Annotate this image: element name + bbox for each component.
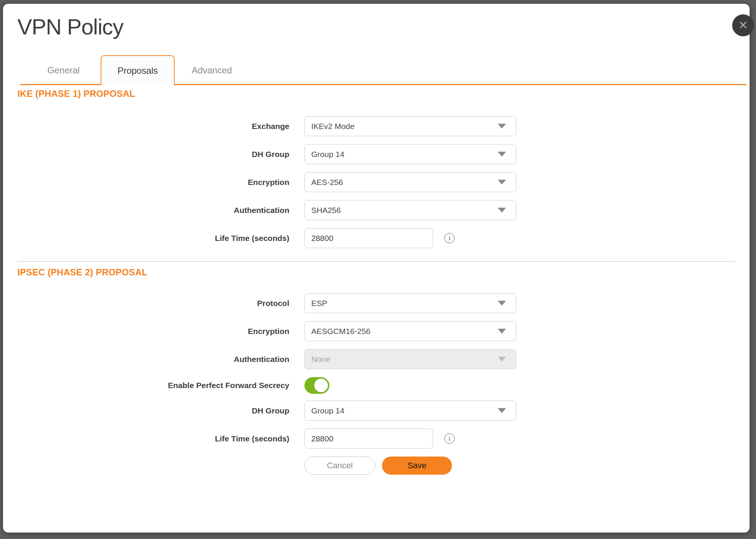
tab-general-label: General — [47, 65, 79, 76]
ipsec-dh-group-dropdown[interactable]: Group 14 — [304, 401, 516, 421]
ipsec-protocol-label: Protocol — [17, 299, 304, 308]
cancel-button[interactable]: Cancel — [304, 457, 375, 475]
ike-dh-group-value: Group 14 — [311, 150, 345, 159]
close-icon: ✕ — [738, 19, 748, 31]
ike-authentication-dropdown[interactable]: SHA256 — [304, 200, 516, 220]
ike-lifetime-row: Life Time (seconds) i — [17, 228, 735, 248]
ipsec-lifetime-row: Life Time (seconds) i — [17, 429, 735, 449]
tab-general[interactable]: General — [26, 55, 101, 85]
toggle-knob — [314, 379, 328, 392]
ike-authentication-value: SHA256 — [311, 206, 341, 215]
ipsec-authentication-row: Authentication None — [17, 349, 735, 369]
ike-exchange-row: Exchange IKEv2 Mode — [17, 116, 735, 136]
info-icon-glyph: i — [449, 435, 450, 442]
chevron-down-icon — [498, 124, 506, 129]
ipsec-pfs-label: Enable Perfect Forward Secrecy — [17, 381, 304, 390]
ike-exchange-dropdown[interactable]: IKEv2 Mode — [304, 116, 516, 136]
page-title: VPN Policy — [17, 14, 735, 39]
ipsec-dh-group-label: DH Group — [17, 406, 304, 415]
section-heading-ipsec: IPSEC (PHASE 2) PROPOSAL — [17, 267, 735, 278]
chevron-down-icon — [498, 408, 506, 413]
tab-proposals[interactable]: Proposals — [101, 55, 175, 85]
ike-authentication-row: Authentication SHA256 — [17, 200, 735, 220]
save-button[interactable]: Save — [382, 457, 452, 475]
ike-encryption-label: Encryption — [17, 178, 304, 187]
ike-encryption-value: AES-256 — [311, 178, 343, 187]
ipsec-encryption-dropdown[interactable]: AESGCM16-256 — [304, 321, 516, 341]
ipsec-dh-group-row: DH Group Group 14 — [17, 401, 735, 421]
chevron-down-icon — [498, 180, 506, 185]
ipsec-lifetime-input[interactable] — [304, 429, 433, 449]
ipsec-authentication-dropdown: None — [304, 349, 516, 369]
chevron-down-icon — [498, 329, 506, 334]
ike-exchange-label: Exchange — [17, 122, 304, 131]
ipsec-dh-group-value: Group 14 — [311, 406, 345, 415]
ipsec-encryption-row: Encryption AESGCM16-256 — [17, 321, 735, 341]
ipsec-encryption-label: Encryption — [17, 327, 304, 336]
ike-dh-group-label: DH Group — [17, 150, 304, 159]
chevron-down-icon — [498, 301, 506, 306]
section-heading-ike: IKE (PHASE 1) PROPOSAL — [17, 88, 735, 99]
ipsec-authentication-value: None — [311, 355, 330, 364]
ipsec-pfs-row: Enable Perfect Forward Secrecy — [17, 377, 735, 394]
ike-encryption-dropdown[interactable]: AES-256 — [304, 172, 516, 192]
ipsec-lifetime-label: Life Time (seconds) — [17, 434, 304, 443]
ike-lifetime-input[interactable] — [304, 228, 433, 248]
ike-lifetime-label: Life Time (seconds) — [17, 234, 304, 243]
action-buttons-row: Cancel Save — [17, 457, 735, 475]
vpn-policy-dialog: VPN Policy General Proposals Advanced IK… — [3, 4, 750, 533]
ipsec-authentication-label: Authentication — [17, 355, 304, 364]
ike-dh-group-row: DH Group Group 14 — [17, 144, 735, 164]
close-button[interactable]: ✕ — [732, 14, 754, 36]
info-icon-glyph: i — [449, 235, 450, 241]
ike-encryption-row: Encryption AES-256 — [17, 172, 735, 192]
ipsec-protocol-dropdown[interactable]: ESP — [304, 293, 516, 313]
tab-advanced[interactable]: Advanced — [175, 55, 249, 85]
ipsec-protocol-value: ESP — [311, 299, 327, 308]
info-icon: i — [444, 433, 455, 444]
ike-exchange-value: IKEv2 Mode — [311, 122, 354, 131]
ipsec-protocol-row: Protocol ESP — [17, 293, 735, 313]
tab-bar: General Proposals Advanced — [26, 55, 747, 85]
ike-authentication-label: Authentication — [17, 206, 304, 215]
chevron-down-icon — [498, 208, 506, 213]
tab-advanced-label: Advanced — [192, 65, 232, 76]
ipsec-encryption-value: AESGCM16-256 — [311, 327, 370, 336]
info-icon: i — [444, 233, 455, 243]
ike-dh-group-dropdown[interactable]: Group 14 — [304, 144, 516, 164]
tab-proposals-label: Proposals — [118, 65, 158, 76]
chevron-down-icon — [498, 357, 506, 362]
chevron-down-icon — [498, 152, 506, 157]
pfs-toggle[interactable] — [304, 377, 329, 394]
section-divider — [17, 261, 735, 262]
